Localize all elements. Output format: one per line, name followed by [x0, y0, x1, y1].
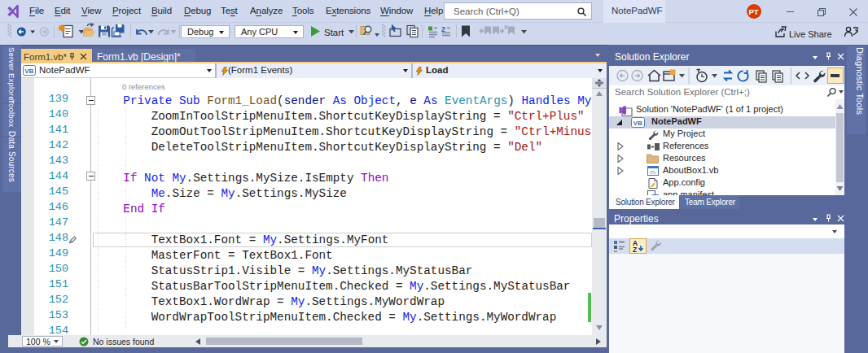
svg-text:Z: Z [633, 246, 637, 254]
svg-text:VB: VB [24, 68, 33, 75]
svg-text:VB: VB [633, 120, 642, 127]
svg-text:2: 2 [441, 25, 445, 33]
